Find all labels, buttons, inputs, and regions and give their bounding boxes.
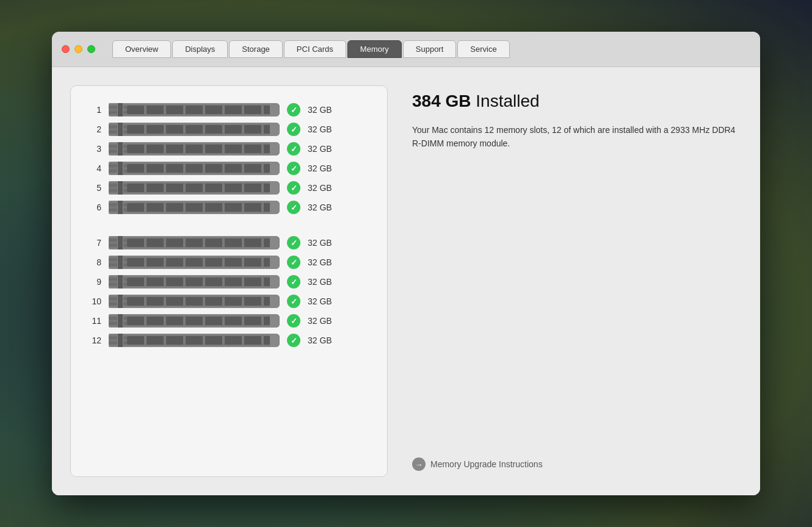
memory-slot-4: 432 GB [88,159,370,177]
slot-number-9: 9 [88,277,101,287]
slot-check-icon-1 [287,103,300,117]
slot-size-9: 32 GB [308,277,332,287]
memory-stick-7 [109,236,280,249]
memory-slot-8: 832 GB [88,253,370,271]
slot-check-icon-3 [287,142,300,156]
memory-slot-10: 1032 GB [88,292,370,310]
memory-stick-9 [109,275,280,289]
tab-bar: OverviewDisplaysStoragePCI CardsMemorySu… [112,40,511,58]
slot-check-icon-8 [287,256,300,269]
slot-size-1: 32 GB [308,105,332,115]
slot-check-icon-6 [287,201,300,214]
tab-pci-cards[interactable]: PCI Cards [284,40,346,58]
memory-stick-8 [109,256,280,269]
slot-check-icon-10 [287,295,300,308]
memory-stick-6 [109,201,280,214]
memory-slot-2: 232 GB [88,120,370,138]
memory-total: 384 GB Installed [412,91,742,111]
titlebar: OverviewDisplaysStoragePCI CardsMemorySu… [52,32,760,67]
memory-stick-1 [109,103,280,117]
slot-size-4: 32 GB [308,163,332,173]
memory-description: Your Mac contains 12 memory slots, 12 of… [412,123,742,151]
memory-info-panel: 384 GB Installed Your Mac contains 12 me… [412,85,742,477]
system-information-window: OverviewDisplaysStoragePCI CardsMemorySu… [52,32,760,495]
slot-size-10: 32 GB [308,296,332,306]
memory-slot-5: 532 GB [88,179,370,197]
slot-size-8: 32 GB [308,257,332,267]
tab-service[interactable]: Service [457,40,509,58]
slot-size-12: 32 GB [308,335,332,345]
slot-check-icon-2 [287,123,300,136]
memory-stick-3 [109,142,280,156]
tab-displays[interactable]: Displays [172,40,228,58]
close-button[interactable] [62,45,70,53]
memory-slots-panel: 132 GB232 GB332 GB432 GB532 GB632 GB 732… [70,85,388,477]
slot-number-4: 4 [88,163,101,173]
memory-slot-3: 332 GB [88,140,370,158]
slot-check-icon-9 [287,275,300,289]
memory-stick-12 [109,334,280,347]
slot-size-3: 32 GB [308,144,332,154]
slot-number-1: 1 [88,105,101,115]
slot-number-3: 3 [88,144,101,154]
slot-group-1: 132 GB232 GB332 GB432 GB532 GB632 GB [88,101,370,217]
slot-number-7: 7 [88,238,101,248]
memory-slot-12: 1232 GB [88,331,370,350]
slot-check-icon-11 [287,314,300,328]
tab-storage[interactable]: Storage [229,40,283,58]
memory-slot-6: 632 GB [88,198,370,217]
memory-slot-9: 932 GB [88,273,370,291]
slot-number-2: 2 [88,124,101,134]
slot-size-5: 32 GB [308,183,332,193]
memory-slot-7: 732 GB [88,234,370,252]
slot-size-2: 32 GB [308,124,332,134]
memory-slot-11: 1132 GB [88,312,370,330]
upgrade-arrow-icon [412,457,426,471]
maximize-button[interactable] [87,45,95,53]
slot-size-7: 32 GB [308,238,332,248]
memory-total-label: Installed [476,91,539,110]
tab-support[interactable]: Support [403,40,457,58]
main-content: 132 GB232 GB332 GB432 GB532 GB632 GB 732… [52,67,760,495]
tab-memory[interactable]: Memory [347,40,402,58]
minimize-button[interactable] [74,45,82,53]
slot-check-icon-12 [287,334,300,347]
slot-number-6: 6 [88,203,101,212]
slot-size-6: 32 GB [308,203,332,212]
memory-stick-5 [109,181,280,195]
slot-number-10: 10 [88,296,101,306]
upgrade-link-label: Memory Upgrade Instructions [430,459,543,469]
slot-size-11: 32 GB [308,316,332,326]
slot-number-11: 11 [88,316,101,326]
slot-check-icon-5 [287,181,300,195]
memory-stick-11 [109,314,280,328]
slot-number-12: 12 [88,335,101,345]
memory-stick-10 [109,295,280,308]
memory-upgrade-link[interactable]: Memory Upgrade Instructions [412,457,742,471]
slot-check-icon-7 [287,236,300,249]
slot-number-8: 8 [88,257,101,267]
tab-overview[interactable]: Overview [112,40,171,58]
memory-slot-1: 132 GB [88,101,370,119]
slot-check-icon-4 [287,162,300,175]
slot-group-2: 732 GB832 GB932 GB1032 GB1132 GB1232 GB [88,234,370,350]
memory-stick-2 [109,123,280,136]
slot-number-5: 5 [88,183,101,193]
memory-stick-4 [109,162,280,175]
memory-total-value: 384 GB [412,91,471,110]
